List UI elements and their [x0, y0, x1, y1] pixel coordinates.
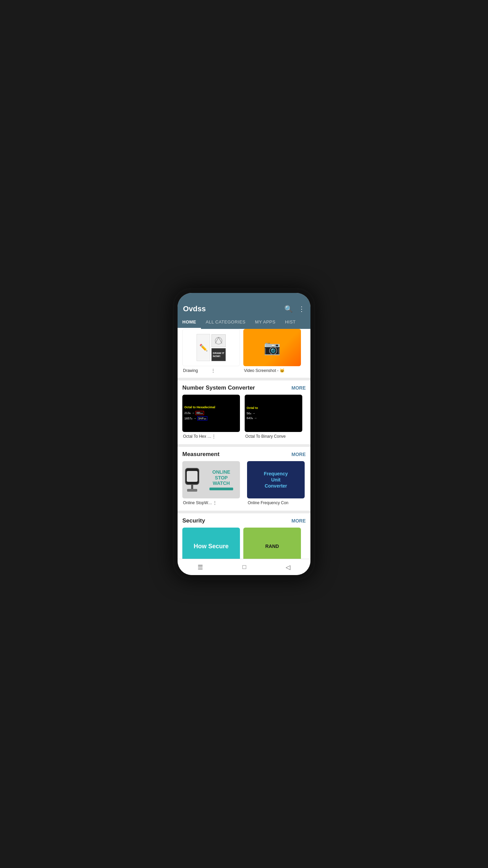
- tab-home[interactable]: HOME: [178, 316, 201, 329]
- frequency-label-row: Online Frequency Con: [247, 500, 305, 505]
- stopwatch-label: Online StopWatch - Accurate &: [183, 500, 213, 505]
- random-text: RAND: [265, 544, 279, 549]
- drawing-label-row: Drawing ⋮: [182, 368, 240, 373]
- drawing-thumbnail[interactable]: ✏️ DRAW ITNOW!: [182, 329, 240, 366]
- random-thumbnail[interactable]: RAND: [243, 528, 301, 559]
- number-system-title: Number System Converter: [182, 384, 255, 391]
- tab-all-categories[interactable]: ALL CATEGORIES: [201, 316, 250, 329]
- how-secure-text: How Secure: [194, 543, 228, 550]
- stopwatch-menu-btn[interactable]: ⋮: [213, 500, 243, 505]
- list-item: ✏️ DRAW ITNOW!: [182, 329, 240, 373]
- frequency-label: Online Frequency Con: [248, 500, 304, 505]
- svg-point-0: [215, 337, 222, 344]
- menu-nav-btn[interactable]: ☰: [198, 564, 203, 571]
- phone-frame: Ovdss 🔍 ⋮ HOME ALL CATEGORIES MY APPS HI…: [173, 288, 315, 580]
- frequency-text: FrequencyUnitConverter: [264, 471, 288, 489]
- bottom-nav: ☰ □ ◁: [178, 559, 310, 575]
- home-nav-btn[interactable]: □: [243, 564, 246, 571]
- drawing-label: Drawing: [183, 368, 211, 373]
- eq-row-2: 1657₈ → 3AF₁₆: [184, 416, 238, 420]
- ob-eq-row-2: 643₈ →: [247, 416, 300, 420]
- octal-hex-menu-btn[interactable]: ⋮: [212, 434, 241, 439]
- app-bar-actions: 🔍 ⋮: [284, 305, 305, 313]
- list-item: Octal to Hexadecimal 213₈ → 8B₁₆ 1657₈ →…: [182, 395, 241, 439]
- list-item: How Secure How Secure Is My Password: [182, 528, 240, 559]
- octal-hex-title: Octal to Hexadecimal: [184, 406, 238, 409]
- top-partial-section: ✏️ DRAW ITNOW!: [178, 329, 310, 378]
- security-header: Security MORE: [178, 517, 310, 528]
- video-screenshot-label: Video Screenshot - 🐱: [244, 368, 300, 373]
- content-area: ✏️ DRAW ITNOW!: [178, 329, 310, 559]
- status-bar: [178, 293, 310, 301]
- octal-hex-thumbnail[interactable]: Octal to Hexadecimal 213₈ → 8B₁₆ 1657₈ →…: [182, 395, 240, 432]
- security-section: Security MORE How Secure How Secure Is M…: [178, 513, 310, 559]
- top-items-row: ✏️ DRAW ITNOW!: [178, 329, 310, 373]
- frequency-thumbnail[interactable]: FrequencyUnitConverter: [247, 461, 305, 498]
- octal-binary-label: Octal To Binary Conve: [245, 434, 302, 439]
- octal-hex-label-row: Octal To Hex Converter - [fast ⋮: [182, 434, 241, 439]
- app-bar: Ovdss 🔍 ⋮: [178, 301, 310, 316]
- measurement-header: Measurement MORE: [178, 451, 310, 461]
- security-title: Security: [182, 517, 205, 524]
- stopwatch-text: ONLINESTOPWATCH: [209, 469, 233, 486]
- phone-screen: Ovdss 🔍 ⋮ HOME ALL CATEGORIES MY APPS HI…: [178, 293, 310, 575]
- back-nav-btn[interactable]: ◁: [286, 564, 290, 571]
- number-system-items: Octal to Hexadecimal 213₈ → 8B₁₆ 1657₈ →…: [178, 395, 310, 439]
- measurement-more-btn[interactable]: MORE: [291, 452, 306, 457]
- number-system-header: Number System Converter MORE: [178, 384, 310, 395]
- video-screenshot-label-row: Video Screenshot - 🐱: [243, 368, 301, 373]
- measurement-items: ONLINESTOPWATCH Online StopWatch - Accur…: [178, 461, 310, 505]
- octal-hex-label: Octal To Hex Converter - [fast: [183, 434, 212, 439]
- security-items: How Secure How Secure Is My Password RAN…: [178, 528, 310, 559]
- eq-row-1: 213₈ → 8B₁₆: [184, 411, 238, 415]
- security-more-btn[interactable]: MORE: [291, 518, 306, 524]
- drawing-menu-btn[interactable]: ⋮: [211, 368, 239, 373]
- number-system-section: Number System Converter MORE Octal to He…: [178, 380, 310, 444]
- list-item: Octal to 56₈ → 643₈ → Octal To Binary Co…: [245, 395, 302, 439]
- octal-binary-thumbnail[interactable]: Octal to 56₈ → 643₈ →: [245, 395, 302, 432]
- search-icon[interactable]: 🔍: [284, 305, 293, 313]
- how-secure-thumbnail[interactable]: How Secure: [182, 528, 240, 559]
- tab-my-apps[interactable]: MY APPS: [250, 316, 280, 329]
- more-icon[interactable]: ⋮: [298, 305, 305, 313]
- tab-history[interactable]: HIST: [280, 316, 301, 329]
- app-title: Ovdss: [183, 304, 206, 313]
- number-system-more-btn[interactable]: MORE: [291, 385, 306, 391]
- nav-tabs: HOME ALL CATEGORIES MY APPS HIST: [178, 316, 310, 329]
- measurement-title: Measurement: [182, 451, 220, 458]
- list-item: 📷 Video Screenshot - 🐱: [243, 329, 301, 373]
- stopwatch-thumbnail[interactable]: ONLINESTOPWATCH: [182, 461, 240, 498]
- octal-binary-title: Octal to: [247, 406, 300, 410]
- measurement-section: Measurement MORE: [178, 447, 310, 511]
- list-item: FrequencyUnitConverter Online Frequency …: [247, 461, 305, 505]
- ob-eq-row-1: 56₈ →: [247, 412, 300, 415]
- list-item: RAND RANDOM: [243, 528, 301, 559]
- octal-binary-label-row: Octal To Binary Conve: [245, 434, 302, 439]
- stopwatch-label-row: Online StopWatch - Accurate & ⋮: [182, 500, 244, 505]
- list-item: ONLINESTOPWATCH Online StopWatch - Accur…: [182, 461, 244, 505]
- video-screenshot-thumbnail[interactable]: 📷: [243, 329, 301, 366]
